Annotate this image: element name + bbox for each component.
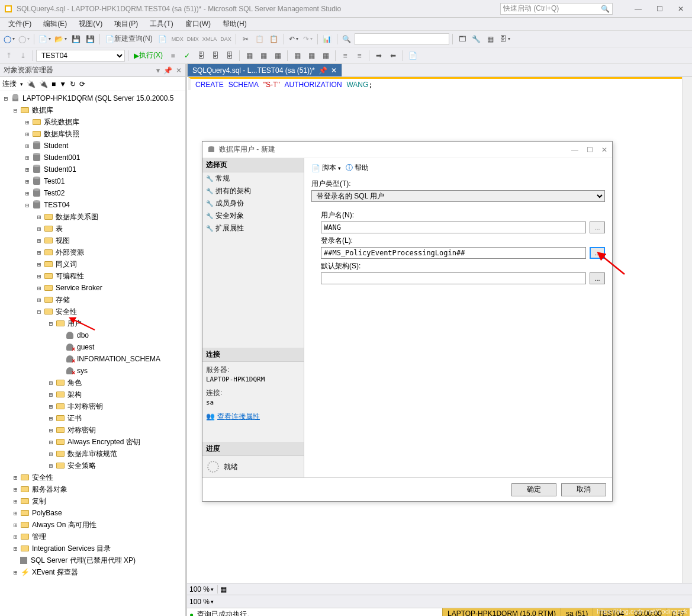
dax-button[interactable]: DAX: [219, 33, 233, 46]
schema-input[interactable]: [321, 272, 586, 284]
tree-item[interactable]: 服务器对象: [32, 485, 67, 495]
tree-user[interactable]: INFORMATION_SCHEMA: [77, 355, 160, 363]
page-ext-props[interactable]: 🔧扩展属性: [202, 222, 304, 235]
tree-db[interactable]: Test02: [44, 189, 65, 197]
tree-item[interactable]: 同义词: [56, 259, 77, 270]
tree-item[interactable]: SQL Server 代理(已禁用代理 XP): [31, 556, 136, 566]
comment-button[interactable]: ≡: [339, 49, 352, 62]
filter-icon[interactable]: ▼: [59, 80, 66, 88]
close-panel-icon[interactable]: ✕: [176, 66, 182, 75]
tree-db[interactable]: Student: [44, 142, 68, 150]
tree-item[interactable]: 非对称密钥: [67, 402, 103, 412]
active-tab[interactable]: SQLQuery4.sql - L...TEST04 (sa (51))* 📌 …: [187, 63, 342, 76]
dialog-minimize[interactable]: —: [571, 146, 578, 154]
connect-icon[interactable]: 🔌: [27, 80, 36, 88]
menu-file[interactable]: 文件(F): [4, 18, 36, 30]
tree-item[interactable]: 复制: [32, 496, 46, 506]
tree-item[interactable]: 存储: [56, 295, 70, 305]
outdent2-button[interactable]: ⬅: [387, 49, 400, 62]
grid3-button[interactable]: ▦: [319, 49, 332, 62]
save-button[interactable]: 💾: [69, 33, 82, 46]
script-button[interactable]: 📄脚本 ▾: [311, 163, 341, 173]
close-button[interactable]: ✕: [673, 3, 688, 15]
tree-item[interactable]: 视图: [56, 236, 70, 246]
activity-button[interactable]: 📊: [321, 33, 334, 46]
tree-test04[interactable]: TEST04: [44, 201, 70, 209]
tree-security[interactable]: 安全性: [56, 307, 77, 317]
db-button[interactable]: 🗄▾: [498, 33, 511, 46]
tree-item[interactable]: Always Encrypted 密钥: [67, 437, 140, 447]
page-general[interactable]: 🔧常规: [202, 172, 304, 185]
tree-db[interactable]: Test01: [44, 177, 65, 185]
minimize-button[interactable]: —: [630, 3, 646, 15]
quick-launch-input[interactable]: 快速启动 (Ctrl+Q) 🔍: [500, 3, 613, 15]
database-combo[interactable]: TEST04: [36, 50, 125, 62]
tree-users[interactable]: 用户: [67, 319, 82, 329]
plan1-button[interactable]: 🗄: [195, 49, 208, 62]
undo-button[interactable]: ↶▾: [287, 33, 300, 46]
new-button[interactable]: 📄▾: [37, 33, 52, 46]
pin-icon[interactable]: 📌: [318, 66, 327, 75]
menu-view[interactable]: 视图(V): [74, 18, 107, 30]
uncomment-button[interactable]: ≡: [353, 49, 366, 62]
extra-button[interactable]: 📄: [406, 49, 419, 62]
cancel-button[interactable]: 取消: [561, 483, 606, 496]
schema-browse[interactable]: ...: [590, 272, 605, 284]
tools-button[interactable]: 🗔: [456, 33, 469, 46]
maximize-button[interactable]: ☐: [652, 3, 667, 15]
page-owned-schemas[interactable]: 🔧拥有的架构: [202, 185, 304, 197]
cut-button[interactable]: ✂: [239, 33, 252, 46]
parse-button[interactable]: ✓: [181, 49, 194, 62]
tab-close-icon[interactable]: ✕: [331, 66, 337, 75]
menu-tools[interactable]: 工具(T): [145, 18, 178, 30]
tree-item[interactable]: 对称密钥: [67, 425, 96, 435]
tree-item[interactable]: 数据库审核规范: [67, 449, 117, 459]
menu-window[interactable]: 窗口(W): [181, 18, 215, 30]
tree-sysdb[interactable]: 系统数据库: [44, 117, 79, 127]
tree-item[interactable]: 安全策略: [67, 461, 96, 471]
back-button[interactable]: ◯▾: [2, 33, 16, 46]
login-browse[interactable]: ...: [590, 247, 605, 259]
tree-item[interactable]: Always On 高可用性: [32, 520, 96, 530]
tree-server[interactable]: LAPTOP-HPK1DQRM (SQL Server 15.0.2000.5: [22, 94, 173, 102]
results2-button[interactable]: ▦: [257, 49, 270, 62]
dmx-button[interactable]: DMX: [186, 33, 200, 46]
tree-item[interactable]: 外部资源: [56, 248, 84, 258]
grid2-button[interactable]: ▦: [305, 49, 318, 62]
tree-item[interactable]: 证书: [67, 413, 82, 424]
refresh-icon[interactable]: ↻: [70, 80, 76, 88]
open-button[interactable]: 📂▾: [53, 33, 68, 46]
grid1-button[interactable]: ▦: [291, 49, 304, 62]
page-membership[interactable]: 🔧成员身份: [202, 197, 304, 210]
tree-item[interactable]: 管理: [32, 532, 46, 542]
find-input[interactable]: [355, 33, 449, 45]
mdx-button[interactable]: MDX: [170, 33, 185, 46]
tree-item[interactable]: 数据库关系图: [56, 212, 98, 222]
view-connection-props-link[interactable]: 查看连接属性: [217, 411, 260, 422]
tree-db[interactable]: Student01: [44, 165, 76, 174]
tree-item[interactable]: PolyBase: [32, 509, 62, 517]
paste-button[interactable]: 📋: [268, 33, 281, 46]
dialog-close[interactable]: ✕: [601, 146, 607, 154]
results-button[interactable]: ▦: [243, 49, 256, 62]
pin-icon[interactable]: 📌: [163, 66, 172, 75]
save-all-button[interactable]: 💾: [83, 33, 96, 46]
menu-help[interactable]: 帮助(H): [218, 18, 252, 30]
disconnect-icon[interactable]: 🔌: [39, 80, 48, 88]
indent2-button[interactable]: ➡: [372, 49, 385, 62]
tree-user[interactable]: guest: [77, 343, 94, 351]
user-type-select[interactable]: 带登录名的 SQL 用户: [311, 190, 605, 202]
tree-item[interactable]: 表: [56, 224, 63, 234]
tree-db[interactable]: Student001: [44, 153, 80, 162]
tree-item[interactable]: 角色: [67, 378, 82, 388]
wrench-button[interactable]: 🔧: [470, 33, 483, 46]
plan2-button[interactable]: 🗄: [209, 49, 222, 62]
tree-item[interactable]: XEvent 探查器: [32, 567, 78, 578]
tree-item[interactable]: Integration Services 目录: [32, 544, 111, 554]
sync-icon[interactable]: ⟳: [79, 80, 85, 88]
stop-icon[interactable]: ■: [52, 80, 56, 88]
query-type-button[interactable]: 📄: [156, 33, 169, 46]
tree-item[interactable]: Service Broker: [56, 284, 102, 292]
page-securables[interactable]: 🔧安全对象: [202, 210, 304, 222]
help-button[interactable]: ⓘ帮助: [346, 163, 369, 173]
